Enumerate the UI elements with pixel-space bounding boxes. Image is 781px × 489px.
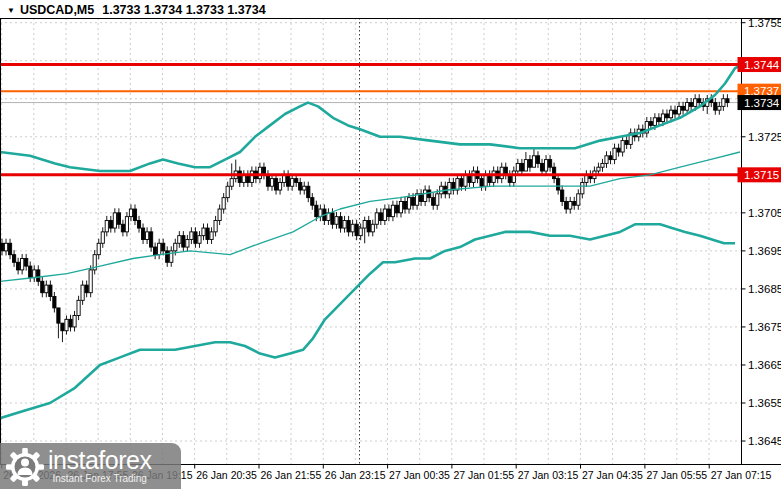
watermark-tagline: Instant Forex Trading	[48, 473, 151, 484]
price-badge-text: 1.3715	[744, 169, 779, 181]
price-tick-label: 1.3695	[748, 245, 781, 257]
price-tick-label: 1.3725	[748, 131, 781, 143]
chart-background	[0, 0, 781, 489]
price-badge-text: 1.3734	[744, 97, 780, 109]
price-badge-text: 1.3744	[744, 59, 780, 71]
time-tick-label: 26 Jan 23:15	[325, 469, 386, 481]
time-tick-label: 27 Jan 03:15	[518, 469, 579, 481]
gear-person-logo-icon	[5, 446, 45, 486]
ohlc-values: 1.3733 1.3734 1.3733 1.3734	[102, 3, 265, 17]
mt4-chart-window: 1.37551.37251.37051.36951.36851.36751.36…	[0, 0, 781, 489]
price-tick-label: 1.3675	[748, 321, 781, 333]
chart-canvas[interactable]: 1.37551.37251.37051.36951.36851.36751.36…	[0, 0, 781, 489]
time-tick-label: 27 Jan 00:35	[389, 469, 450, 481]
symbol-period-label: USDCAD,M5	[20, 3, 94, 17]
chart-title: ▼ USDCAD,M5 1.3733 1.3734 1.3733 1.3734	[7, 3, 266, 17]
price-tick-label: 1.3705	[748, 207, 781, 219]
time-tick-label: 26 Jan 21:55	[261, 469, 322, 481]
price-tick-label: 1.3755	[748, 17, 781, 29]
price-tick-label: 1.3685	[748, 283, 781, 295]
time-tick-label: 27 Jan 05:55	[646, 469, 707, 481]
instaforex-watermark: instaforex Instant Forex Trading	[0, 443, 181, 489]
time-tick-label: 27 Jan 07:15	[711, 469, 772, 481]
watermark-brand-text: instaforex	[48, 448, 151, 472]
chevron-down-icon[interactable]: ▼	[7, 6, 15, 15]
price-tick-label: 1.3645	[748, 435, 781, 447]
time-tick-label: 27 Jan 04:35	[582, 469, 643, 481]
time-tick-label: 27 Jan 01:55	[453, 469, 514, 481]
price-tick-label: 1.3655	[748, 397, 781, 409]
time-tick-label: 26 Jan 20:35	[196, 469, 257, 481]
price-tick-label: 1.3665	[748, 359, 781, 371]
